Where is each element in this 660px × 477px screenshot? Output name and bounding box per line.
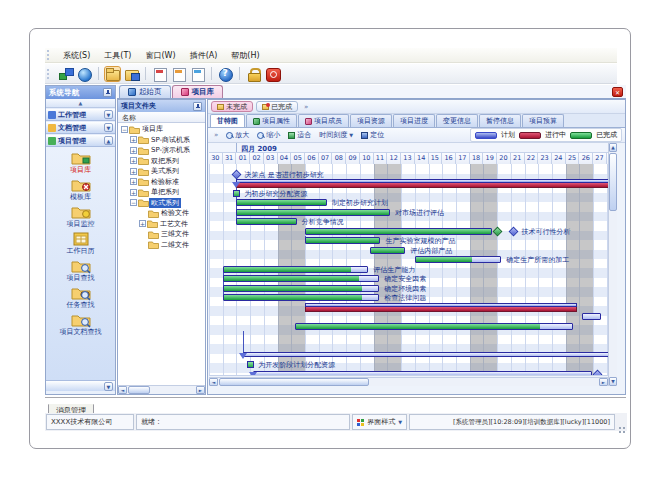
detail-tab[interactable]: 项目进度 — [393, 114, 435, 127]
doc-tab-home[interactable]: 起始页 — [119, 85, 171, 98]
menu-item[interactable]: 工具(T) — [97, 49, 138, 62]
tree-node[interactable]: 二维文件 — [118, 240, 205, 251]
sidebar-item-tasksearch[interactable]: 任务查找 — [48, 285, 114, 310]
sidebar-item-docsearch[interactable]: 项目文档查找 — [48, 312, 114, 337]
sidebar-item-tpl[interactable]: 模板库 — [48, 177, 114, 202]
gantt-task-bar[interactable] — [370, 247, 406, 254]
tree-node[interactable]: +工艺文件 — [118, 219, 205, 230]
logout-icon[interactable] — [265, 67, 280, 81]
tree-node[interactable]: 检验文件 — [118, 208, 205, 219]
scroll-right-icon[interactable]: ► — [599, 378, 608, 386]
report-icon[interactable] — [190, 67, 205, 81]
sidebar-section[interactable]: 文档管理▼ — [46, 121, 115, 134]
gantt-vertical-scrollbar[interactable]: ▲ ▼ — [608, 143, 617, 386]
collapse-icon[interactable]: − — [130, 199, 137, 206]
gantt-task-bar[interactable] — [223, 294, 379, 301]
detail-tab[interactable]: 暂停信息 — [479, 114, 521, 127]
expand-icon[interactable]: + — [130, 147, 137, 154]
scroll-thumb[interactable] — [128, 386, 150, 394]
sidebar-section[interactable]: 工作管理▼ — [46, 108, 115, 121]
chevron-down-icon[interactable]: ▼ — [104, 123, 113, 132]
schedule-icon[interactable] — [171, 67, 186, 81]
chevron-down-icon[interactable]: ▼ — [104, 110, 113, 119]
pin-icon[interactable] — [193, 102, 202, 111]
sidebar-section[interactable]: 项目管理▲ — [46, 134, 115, 147]
gantt-tool-zoom-in[interactable]: 放大 — [223, 129, 252, 141]
scroll-thumb[interactable] — [219, 378, 369, 386]
web-icon[interactable] — [77, 67, 92, 81]
tree-horizontal-scrollbar[interactable]: ◄ ► — [118, 385, 205, 394]
expand-icon[interactable]: + — [139, 220, 146, 227]
gantt-task-bar[interactable] — [243, 352, 608, 357]
tree-node[interactable]: +SP-演示机系 — [118, 145, 205, 156]
chevron-down-icon[interactable]: ▼ — [104, 382, 113, 391]
detail-tab[interactable]: 项目预算 — [522, 114, 564, 127]
gantt-inprogress-bar[interactable] — [305, 303, 577, 312]
tree-node[interactable]: +SP-商试机系 — [118, 135, 205, 146]
overflow-icon[interactable]: » — [211, 131, 221, 139]
menu-item[interactable]: 帮助(H) — [224, 49, 266, 62]
tree-node[interactable]: −项目库 — [118, 124, 205, 135]
gantt-tool-locate[interactable]: 定位 — [358, 129, 387, 141]
gantt-tool-none[interactable]: 时间刻度▼ — [316, 129, 356, 141]
connect-icon[interactable] — [58, 67, 73, 81]
gantt-task-bar[interactable] — [223, 275, 379, 282]
tree-node[interactable]: +检验标准 — [118, 177, 205, 188]
project-library-icon[interactable] — [105, 67, 120, 81]
gantt-task-bar[interactable] — [415, 256, 501, 263]
sidebar-section-partial[interactable]: ▼ — [46, 380, 115, 391]
menu-item[interactable]: 插件(A) — [183, 49, 225, 62]
filter-finished-button[interactable]: 已完成 — [256, 101, 298, 112]
sidebar-item-monitor[interactable]: 项目监控 — [48, 204, 114, 229]
expand-icon[interactable]: + — [130, 168, 137, 175]
tree-node[interactable]: +单把系列 — [118, 187, 205, 198]
gantt-chart[interactable]: 决策点 是否进行初步研究为初步研究分配资源制定初步研究计划对市场进行评估分析竞争… — [209, 164, 608, 376]
overflow-icon[interactable]: » — [301, 103, 311, 111]
tree-node[interactable]: −欧式系列 — [118, 198, 205, 209]
scroll-left-icon[interactable]: ◄ — [118, 386, 127, 394]
interface-style-button[interactable]: 界面样式 ▼ — [352, 414, 407, 430]
detail-tab[interactable]: 项目成员 — [298, 114, 349, 127]
expand-icon[interactable]: + — [130, 136, 137, 143]
scroll-thumb[interactable] — [609, 153, 617, 211]
tree-node[interactable]: 三维文件 — [118, 229, 205, 240]
mail-icon[interactable] — [152, 67, 167, 81]
gantt-task-bar[interactable] — [236, 218, 296, 225]
sidebar-item-search[interactable]: 项目查找 — [48, 258, 114, 283]
expand-icon[interactable]: + — [130, 157, 137, 164]
menu-item[interactable]: 窗口(W) — [138, 49, 182, 62]
resize-grip[interactable] — [617, 414, 626, 430]
expand-icon[interactable]: + — [130, 178, 137, 185]
expand-icon[interactable]: + — [130, 189, 137, 196]
gantt-tool-fit[interactable]: 适合 — [285, 129, 314, 141]
gantt-inprogress-bar[interactable] — [236, 179, 608, 188]
gantt-task-bar[interactable] — [305, 228, 492, 235]
sidebar-item-lib[interactable]: 项目库 — [48, 150, 114, 175]
scroll-left-icon[interactable]: ◄ — [209, 378, 218, 386]
detail-tab[interactable]: 甘特图 — [210, 114, 245, 127]
sidebar-collapse-handle[interactable]: ▲ — [46, 99, 115, 108]
chevron-up-icon[interactable]: ▲ — [104, 136, 113, 145]
gantt-marker[interactable] — [247, 361, 254, 368]
filter-unfinished-button[interactable]: 未完成 — [211, 101, 253, 112]
help-icon[interactable] — [218, 67, 233, 81]
gantt-tool-zoom-out[interactable]: 缩小 — [254, 129, 283, 141]
doc-tab-lib[interactable]: 项目库 — [172, 85, 224, 98]
scroll-up-icon[interactable]: ▲ — [609, 143, 617, 152]
gantt-horizontal-scrollbar[interactable]: ◄ ► — [209, 377, 608, 386]
gantt-task-bar[interactable] — [223, 285, 379, 292]
workspace-icon[interactable] — [124, 67, 139, 81]
detail-tab[interactable]: 变更信息 — [436, 114, 478, 127]
pin-icon[interactable] — [103, 88, 112, 97]
gantt-task-bar[interactable] — [582, 313, 601, 320]
tree-node[interactable]: +美式系列 — [118, 166, 205, 177]
gantt-milestone[interactable] — [509, 227, 519, 237]
gantt-task-bar[interactable] — [236, 209, 390, 216]
lock-icon[interactable] — [246, 67, 261, 81]
detail-tab[interactable]: 项目属性 — [246, 114, 297, 127]
tree-node[interactable]: +双把系列 — [118, 156, 205, 167]
gantt-milestone[interactable] — [231, 170, 241, 180]
close-icon[interactable]: ✕ — [612, 87, 623, 97]
sidebar-item-calendar[interactable]: 工作日历 — [48, 231, 114, 256]
gantt-task-bar[interactable] — [305, 237, 380, 244]
